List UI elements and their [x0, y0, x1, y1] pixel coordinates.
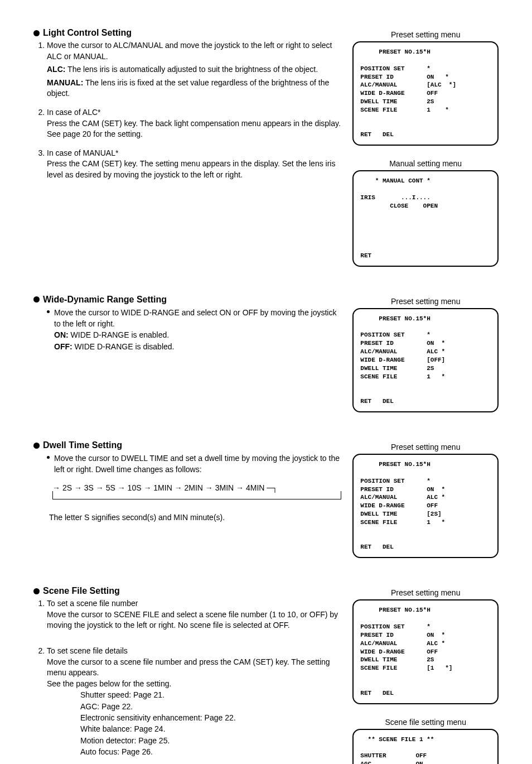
pg-af: Auto focus: Page 26. [80, 746, 341, 757]
small-bullet-icon [47, 456, 50, 459]
preset-menu-wide: PRESET NO.15*H POSITION SET * PRESET ID … [352, 308, 499, 412]
dwell-note: The letter S signifies second(s) and MIN… [33, 513, 341, 522]
light-item-3-head: In case of MANUAL* [47, 148, 118, 157]
manual-setting-menu: * MANUAL CONT * IRIS ...I.... CLOSE OPEN… [352, 170, 499, 266]
scene-file-menu-caption: Scene file setting menu [352, 715, 499, 727]
pg-agc: AGC: Page 22. [80, 701, 341, 712]
heading-text: Scene File Setting [43, 586, 120, 596]
scene-file-setting-menu: ** SCENE FILE 1 ** SHUTTER OFF AGC ON SE… [352, 729, 499, 764]
dwell-body: Move the cursor to DWELL TIME and set a … [33, 453, 341, 475]
section-light-control: Light Control Setting Move the cursor to… [33, 28, 499, 278]
heading-scene-file: Scene File Setting [33, 586, 341, 596]
manual-def: MANUAL: The lens iris is fixed at the se… [47, 78, 341, 99]
right-column: Preset setting menu PRESET NO.15*H POSIT… [352, 440, 499, 569]
scene-item-2-head: To set scene file details [47, 646, 128, 655]
section-wide-dynamic: Wide-Dynamic Range Setting Move the curs… [33, 295, 499, 424]
scene-item-2: To set scene file details Move the curso… [47, 646, 341, 757]
wide-body: Move the cursor to WIDE D-RANGE and sele… [33, 307, 341, 352]
off-label: OFF: [54, 342, 72, 351]
right-column: Preset setting menu PRESET NO.15*H POSIT… [352, 295, 499, 424]
left-column: Scene File Setting To set a scene file n… [33, 586, 352, 764]
page-content: Light Control Setting Move the cursor to… [33, 28, 499, 764]
heading-wide-dynamic: Wide-Dynamic Range Setting [33, 295, 341, 305]
on-text: WIDE D-RANGE is enabled. [69, 330, 170, 339]
light-item-3-body: Press the CAM (SET) key. The setting men… [47, 159, 335, 179]
light-item-2: In case of ALC* Press the CAM (SET) key.… [47, 107, 341, 140]
on-label: ON: [54, 330, 69, 339]
manual-text: The lens iris is fixed at the set value … [47, 78, 329, 98]
light-item-1: Move the cursor to ALC/MANUAL and move t… [47, 40, 341, 99]
section-scene-file: Scene File Setting To set a scene file n… [33, 586, 499, 764]
bullet-icon [33, 588, 40, 594]
preset-menu-light: PRESET NO.15*H POSITION SET * PRESET ID … [352, 41, 499, 146]
dwell-sequence: → 2S → 3S → 5S → 10S → 1MIN → 2MIN → 3MI… [33, 483, 341, 499]
heading-text: Light Control Setting [43, 28, 132, 38]
left-column: Light Control Setting Move the cursor to… [33, 28, 352, 278]
off-text: WIDE D-RANGE is disabled. [72, 342, 175, 351]
section-dwell-time: Dwell Time Setting Move the cursor to DW… [33, 440, 499, 569]
heading-text: Wide-Dynamic Range Setting [43, 295, 167, 305]
light-item-2-head: In case of ALC* [47, 108, 101, 117]
right-column: Preset setting menu PRESET NO.15*H POSIT… [352, 28, 499, 278]
scene-item-2-body: Move the cursor to a scene file number a… [47, 657, 330, 677]
left-column: Dwell Time Setting Move the cursor to DW… [33, 440, 352, 569]
scene-item-1-head: To set a scene file number [47, 599, 138, 608]
bullet-icon [33, 30, 40, 36]
manual-menu-caption: Manual setting menu [352, 157, 499, 168]
alc-def: ALC: The lens iris is automatically adju… [47, 64, 341, 75]
manual-label: MANUAL: [47, 78, 83, 87]
small-bullet-icon [47, 310, 50, 313]
preset-menu-caption: Preset setting menu [352, 295, 499, 306]
preset-menu-caption: Preset setting menu [352, 440, 499, 451]
left-column: Wide-Dynamic Range Setting Move the curs… [33, 295, 352, 424]
dwell-body-text: Move the cursor to DWELL TIME and set a … [54, 454, 340, 474]
alc-label: ALC: [47, 65, 65, 74]
scene-item-2-see: See the pages below for the setting. [47, 679, 171, 688]
preset-menu-dwell: PRESET NO.15*H POSITION SET * PRESET ID … [352, 454, 499, 558]
pg-motion: Motion detector: Page 25. [80, 735, 341, 746]
pg-wb: White balance: Page 24. [80, 723, 341, 734]
scene-item-1-body: Move the cursor to SCENE FILE and select… [47, 610, 338, 630]
pg-shutter: Shutter speed: Page 21. [80, 689, 341, 700]
heading-dwell-time: Dwell Time Setting [33, 440, 341, 450]
preset-menu-caption: Preset setting menu [352, 28, 499, 39]
alc-text: The lens iris is automatically adjusted … [65, 65, 318, 74]
scene-item-1: To set a scene file number Move the curs… [47, 598, 341, 631]
light-item-1-intro: Move the cursor to ALC/MANUAL and move t… [47, 41, 332, 61]
wide-body-text: Move the cursor to WIDE D-RANGE and sele… [54, 308, 336, 328]
light-item-3: In case of MANUAL* Press the CAM (SET) k… [47, 148, 341, 181]
light-item-2-body: Press the CAM (SET) key. The back light … [47, 119, 341, 139]
heading-text: Dwell Time Setting [43, 440, 122, 450]
page-refs: Shutter speed: Page 21. AGC: Page 22. El… [47, 689, 341, 757]
right-column: Preset setting menu PRESET NO.15*H POSIT… [352, 586, 499, 764]
preset-menu-caption: Preset setting menu [352, 586, 499, 597]
preset-menu-scene: PRESET NO.15*H POSITION SET * PRESET ID … [352, 599, 499, 704]
heading-light-control: Light Control Setting [33, 28, 341, 38]
bullet-icon [33, 296, 40, 302]
dwell-sequence-text: → 2S → 3S → 5S → 10S → 1MIN → 2MIN → 3MI… [52, 483, 278, 492]
pg-sens: Electronic sensitivity enhancement: Page… [80, 712, 341, 723]
bullet-icon [33, 443, 40, 449]
